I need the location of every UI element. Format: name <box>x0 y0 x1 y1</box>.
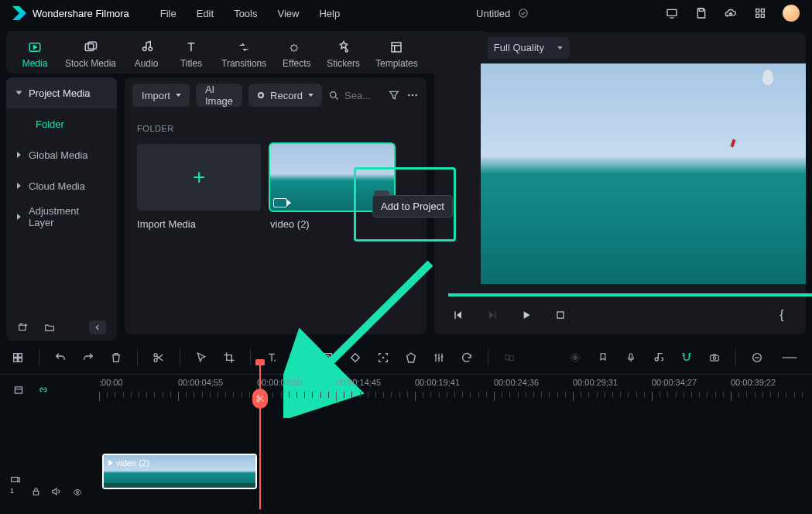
quality-select[interactable]: Full Quality <box>486 37 570 59</box>
tab-titles[interactable]: Titles <box>169 35 214 74</box>
pointer-icon[interactable] <box>194 351 208 365</box>
timecode-label: 00:00:09;50 <box>257 378 302 387</box>
svg-rect-3 <box>756 9 759 12</box>
mute-icon[interactable] <box>50 486 62 497</box>
svg-point-17 <box>415 94 417 97</box>
split-button[interactable] <box>252 389 268 409</box>
sidebar-adjustment-layer[interactable]: Adjustment Layer <box>6 201 117 232</box>
video-track-icon[interactable]: 1 <box>9 475 22 497</box>
mic-icon[interactable] <box>624 351 638 365</box>
scrubber-bar[interactable] <box>448 293 812 296</box>
text-icon[interactable] <box>265 351 279 365</box>
redo-icon[interactable] <box>81 351 95 365</box>
stop-icon[interactable] <box>553 308 567 322</box>
menu-help[interactable]: Help <box>319 8 340 19</box>
transitions-icon <box>236 39 252 55</box>
import-media-tile[interactable]: + Import Media <box>137 144 261 230</box>
music-icon[interactable] <box>652 351 666 365</box>
play-icon[interactable] <box>519 308 533 322</box>
svg-point-14 <box>331 91 337 98</box>
zoom-slider-icon[interactable] <box>778 351 801 365</box>
link-icon[interactable] <box>37 385 50 396</box>
sidebar-global-media[interactable]: Global Media <box>6 139 117 170</box>
magnet-icon[interactable] <box>680 351 694 365</box>
svg-rect-23 <box>19 358 22 362</box>
sidebar-cloud-media[interactable]: Cloud Media <box>6 170 117 201</box>
color-icon[interactable] <box>320 351 334 365</box>
marker-icon[interactable] <box>596 351 610 365</box>
timecode-label: 00:00:34;27 <box>652 378 697 387</box>
focus-icon[interactable] <box>376 351 390 365</box>
timeline-body[interactable]: 1 video (2) <box>0 406 812 509</box>
brace-icon[interactable]: { <box>775 308 789 322</box>
record-button[interactable]: Record <box>248 84 322 107</box>
crop-icon[interactable] <box>222 351 236 365</box>
sidebar-project-media[interactable]: Project Media <box>6 77 117 108</box>
delete-icon[interactable] <box>109 351 123 365</box>
overlap-icon[interactable] <box>502 351 516 365</box>
ai-image-button[interactable]: AI Image <box>196 84 242 107</box>
search-input[interactable] <box>344 90 375 101</box>
lock-icon[interactable] <box>31 486 41 497</box>
more-icon[interactable] <box>406 89 419 101</box>
record-dot-icon[interactable] <box>568 351 582 365</box>
menu-view[interactable]: View <box>277 8 299 19</box>
playhead[interactable] <box>259 359 261 509</box>
menu-file[interactable]: File <box>160 8 176 19</box>
folder-icon[interactable] <box>43 322 56 333</box>
speed-icon[interactable] <box>293 351 307 365</box>
layout-icon[interactable] <box>11 351 25 365</box>
menu-tools[interactable]: Tools <box>234 8 257 19</box>
filmora-logo-icon <box>12 6 26 20</box>
app-logo: Wondershare Filmora <box>12 6 129 20</box>
visibility-icon[interactable] <box>71 488 84 497</box>
import-button[interactable]: Import <box>132 84 190 107</box>
sidebar-folder[interactable]: Folder <box>6 108 117 139</box>
frame-step-icon[interactable] <box>485 308 499 322</box>
timecode-label: 00:00:19;41 <box>415 378 460 387</box>
video-badge-icon <box>273 198 287 207</box>
search-icon[interactable] <box>328 90 340 101</box>
mask-icon[interactable] <box>404 351 418 365</box>
play-glyph-icon <box>108 460 113 466</box>
timeline-track-area[interactable]: video (2) <box>99 406 812 509</box>
collapse-icon[interactable] <box>89 320 106 334</box>
svg-rect-12 <box>392 43 401 52</box>
menu-edit[interactable]: Edit <box>197 8 214 19</box>
refresh-icon[interactable] <box>460 351 474 365</box>
adjust-icon[interactable] <box>432 351 446 365</box>
keyframe-icon[interactable] <box>348 351 362 365</box>
chevron-right-icon <box>17 183 21 189</box>
svg-point-15 <box>408 94 410 97</box>
user-avatar[interactable] <box>783 5 800 22</box>
video-preview[interactable] <box>481 63 806 284</box>
module-tabstrip: Media Stock Media Audio Titles Transitio… <box>6 31 488 74</box>
tab-transitions[interactable]: Transitions <box>214 35 274 74</box>
app-title: Wondershare Filmora <box>33 8 129 19</box>
tab-templates[interactable]: Templates <box>368 35 426 74</box>
new-folder-icon[interactable] <box>17 322 29 333</box>
undo-icon[interactable] <box>53 351 67 365</box>
device-icon[interactable] <box>665 6 679 20</box>
step-back-icon[interactable] <box>451 308 465 322</box>
track-options-icon[interactable] <box>12 385 25 396</box>
tab-effects[interactable]: Effects <box>274 35 319 74</box>
timeline-ruler[interactable]: :00:0000:00:04;5500:00:09;5000:00:14;450… <box>0 375 812 406</box>
snapshot-icon[interactable] <box>708 351 721 365</box>
tab-audio[interactable]: Audio <box>124 35 169 74</box>
svg-rect-39 <box>12 478 18 482</box>
cloud-upload-icon[interactable] <box>724 6 738 20</box>
tab-stock-media[interactable]: Stock Media <box>57 35 124 74</box>
scissors-icon[interactable] <box>152 351 166 365</box>
timeline-clip[interactable]: video (2) <box>102 454 257 489</box>
document-title[interactable]: Untitled <box>476 8 510 19</box>
chevron-down-icon <box>308 94 313 97</box>
tab-stickers[interactable]: Stickers <box>319 35 368 74</box>
player-panel: Player Full Quality { <box>434 33 806 334</box>
zoom-out-icon[interactable] <box>750 351 764 365</box>
tab-media[interactable]: Media <box>12 35 57 74</box>
filter-icon[interactable] <box>388 89 400 101</box>
apps-icon[interactable] <box>753 6 767 20</box>
section-label: FOLDER <box>137 124 414 133</box>
save-icon[interactable] <box>694 6 708 20</box>
